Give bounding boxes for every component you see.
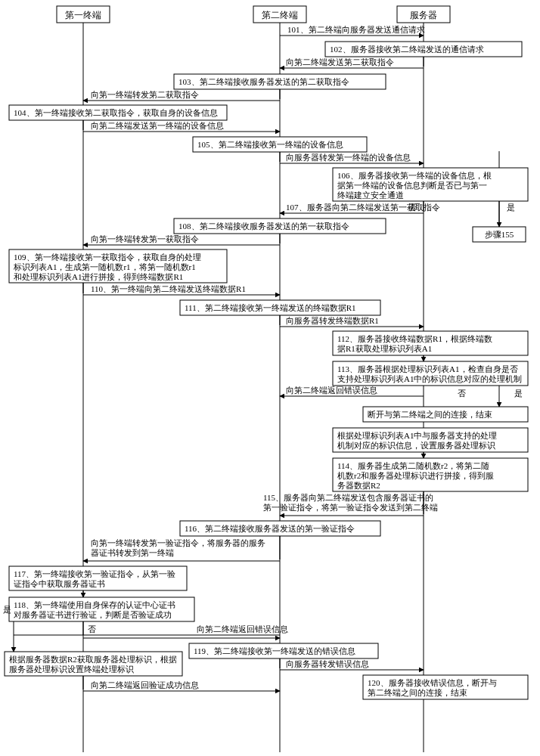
svg-text:113、服务器根据处理标识列表A1，检查自身是否: 113、服务器根据处理标识列表A1，检查自身是否 [337, 364, 518, 373]
svg-text:103、第二终端接收服务器发送的第二获取指令: 103、第二终端接收服务器发送的第二获取指令 [178, 77, 349, 86]
svg-text:116、第二终端接收服务器发送的第一验证指令: 116、第二终端接收服务器发送的第一验证指令 [185, 524, 355, 533]
svg-text:服务器处理标识设置终端处理标识: 服务器处理标识设置终端处理标识 [9, 665, 134, 674]
svg-text:向第一终端转发第一验证指令，将服务器的服务: 向第一终端转发第一验证指令，将服务器的服务 [91, 538, 265, 547]
box-106: 106、服务器接收第一终端的设备信息，根 据第一终端的设备信息判断是否已与第一 … [333, 168, 528, 201]
box-step155: 步骤155 [473, 227, 526, 242]
label-retErr2: 向第二终端返回错误信息 [286, 386, 377, 395]
box-118: 118、第一终端使用自身保存的认证中心证书 对服务器证书进行验证，判断是否验证成… [9, 597, 194, 621]
svg-text:111、第二终端接收第一终端发送的终端数据R1: 111、第二终端接收第一终端发送的终端数据R1 [185, 303, 356, 312]
label-110: 110、第一终端向第二终端发送终端数据R1 [91, 284, 246, 293]
svg-text:标识列表A1，生成第一随机数r1，将第一随机数r1: 标识列表A1，生成第一随机数r1，将第一随机数r1 [13, 262, 196, 271]
box-102: 102、服务器接收第二终端发送的通信请求 [325, 42, 522, 57]
svg-text:109、第一终端接收第一获取指令，获取自身的处理: 109、第一终端接收第一获取指令，获取自身的处理 [14, 253, 201, 262]
svg-text:106、服务器接收第一终端的设备信息，根: 106、服务器接收第一终端的设备信息，根 [337, 171, 492, 180]
label-yes-106: 是 [507, 203, 515, 212]
svg-text:118、第一终端使用自身保存的认证中心证书: 118、第一终端使用自身保存的认证中心证书 [14, 600, 175, 609]
box-setTid: 根据服务器数据R2获取服务器处理标识，根据 服务器处理标识设置终端处理标识 [5, 652, 182, 676]
svg-text:117、第一终端接收第一验证指令，从第一验: 117、第一终端接收第一验证指令，从第一验 [14, 569, 175, 578]
svg-text:根据处理标识列表A1中与服务器支持的处理: 根据处理标识列表A1中与服务器支持的处理 [337, 431, 497, 440]
svg-text:据第一终端的设备信息判断是否已与第一: 据第一终端的设备信息判断是否已与第一 [337, 181, 487, 190]
label-yes-118: 是 [3, 605, 11, 614]
svg-text:102、服务器接收第二终端发送的通信请求: 102、服务器接收第二终端发送的通信请求 [330, 45, 484, 54]
svg-text:112、服务器接收终端数据R1，根据终端数: 112、服务器接收终端数据R1，根据终端数 [337, 334, 492, 343]
svg-text:务器数据R2: 务器数据R2 [337, 481, 380, 490]
label-send2fetch: 向第二终端发送第二获取指令 [286, 57, 394, 67]
participant-p3: 服务器 [397, 6, 450, 23]
label-101: 101、第二终端向服务器发送通信请求 [287, 25, 425, 34]
svg-text:器证书转发到第一终端: 器证书转发到第一终端 [91, 548, 174, 557]
svg-text:据R1获取处理标识列表A1: 据R1获取处理标识列表A1 [337, 344, 432, 353]
svg-text:120、服务器接收错误信息，断开与: 120、服务器接收错误信息，断开与 [368, 678, 497, 687]
box-105: 105、第二终端接收第一终端的设备信息 [193, 137, 367, 152]
sequence-diagram: 第一终端 第二终端 服务器 101、第二终端向服务器发送通信请求 102、服务器… [0, 0, 540, 756]
svg-text:根据服务器数据R2获取服务器处理标识，根据: 根据服务器数据R2获取服务器处理标识，根据 [9, 655, 177, 664]
label-fwdDev: 向服务器转发第一终端的设备信息 [286, 153, 411, 162]
box-112: 112、服务器接收终端数据R1，根据终端数 据R1获取处理标识列表A1 [333, 331, 528, 355]
label-yes-113: 是 [514, 389, 523, 398]
svg-text:机制对应的标识信息，设置服务器处理标识: 机制对应的标识信息，设置服务器处理标识 [337, 441, 495, 450]
svg-text:115、服务器向第二终端发送包含服务器证书的: 115、服务器向第二终端发送包含服务器证书的 [263, 493, 433, 502]
label-no-113: 否 [458, 389, 466, 398]
box-116: 116、第二终端接收服务器发送的第一验证指令 [180, 521, 380, 536]
svg-text:第二终端之间的连接，结束: 第二终端之间的连接，结束 [368, 688, 467, 697]
label-fwd2fetch1: 向第一终端转发第二获取指令 [91, 90, 199, 99]
box-109: 109、第一终端接收第一获取指令，获取自身的处理 标识列表A1，生成第一随机数r… [9, 249, 227, 283]
svg-text:108、第二终端接收服务器发送的第一获取指令: 108、第二终端接收服务器发送的第一获取指令 [178, 222, 349, 231]
box-119: 119、第二终端接收第一终端发送的错误信息 [189, 643, 378, 658]
label-sendDev: 向第二终端发送第一终端的设备信息 [91, 121, 224, 130]
svg-text:证指令中获取服务器证书: 证指令中获取服务器证书 [14, 579, 105, 588]
participant-p2-label: 第二终端 [262, 10, 298, 20]
label-fwdR1: 向服务器转发终端数据R1 [286, 316, 379, 325]
svg-text:105、第二终端接收第一终端的设备信息: 105、第二终端接收第一终端的设备信息 [197, 140, 343, 149]
label-fwd1fetch1: 向第一终端转发第一获取指令 [91, 234, 199, 243]
label-fwdErr: 向服务器转发错误信息 [286, 659, 369, 668]
participant-p3-label: 服务器 [410, 10, 437, 20]
box-104: 104、第一终端接收第二获取指令，获取自身的设备信息 [9, 105, 227, 120]
label-retOK2: 向第二终端返回验证成功信息 [91, 680, 199, 689]
label-retErr2b: 向第二终端返回错误信息 [197, 624, 288, 634]
box-103: 103、第二终端接收服务器发送的第二获取指令 [174, 74, 386, 89]
svg-text:对服务器证书进行验证，判断是否验证成功: 对服务器证书进行验证，判断是否验证成功 [14, 610, 172, 619]
label-no-118: 否 [88, 624, 96, 634]
svg-text:断开与第二终端之间的连接，结束: 断开与第二终端之间的连接，结束 [368, 410, 492, 419]
svg-text:步骤155: 步骤155 [485, 230, 514, 239]
box-117: 117、第一终端接收第一验证指令，从第一验 证指令中获取服务器证书 [9, 566, 187, 590]
participant-p1: 第一终端 [57, 6, 110, 23]
box-108: 108、第二终端接收服务器发送的第一获取指令 [174, 218, 386, 234]
svg-text:和处理标识列表A1进行拼接，得到终端数据R1: 和处理标识列表A1进行拼接，得到终端数据R1 [14, 272, 183, 281]
box-111: 111、第二终端接收第一终端发送的终端数据R1 [180, 300, 380, 315]
box-disc2: 断开与第二终端之间的连接，结束 [363, 407, 528, 422]
box-113: 113、服务器根据处理标识列表A1，检查自身是否 支持处理标识列表A1中的标识信… [333, 361, 528, 386]
svg-text:114、服务器生成第二随机数r2，将第二随: 114、服务器生成第二随机数r2，将第二随 [337, 461, 489, 470]
label-107: 107、服务器向第二终端发送第一获取指令 [286, 203, 440, 212]
svg-text:104、第一终端接收第二获取指令，获取自身的设备信息: 104、第一终端接收第二获取指令，获取自身的设备信息 [14, 108, 218, 117]
box-120: 120、服务器接收错误信息，断开与 第二终端之间的连接，结束 [363, 675, 528, 699]
box-setId: 根据处理标识列表A1中与服务器支持的处理 机制对应的标识信息，设置服务器处理标识 [333, 428, 528, 452]
svg-text:第一验证指令，将第一验证指令发送到第二终端: 第一验证指令，将第一验证指令发送到第二终端 [263, 503, 438, 512]
svg-text:支持处理标识列表A1中的标识信息对应的处理机制: 支持处理标识列表A1中的标识信息对应的处理机制 [337, 374, 522, 383]
svg-text:119、第二终端接收第一终端发送的错误信息: 119、第二终端接收第一终端发送的错误信息 [194, 646, 355, 655]
box-114: 114、服务器生成第二随机数r2，将第二随 机数r2和服务器处理标识进行拼接，得… [333, 458, 528, 491]
svg-text:机数r2和服务器处理标识进行拼接，得到服: 机数r2和服务器处理标识进行拼接，得到服 [337, 471, 494, 480]
participant-p1-label: 第一终端 [65, 10, 101, 20]
participant-p2: 第二终端 [253, 6, 306, 23]
svg-text:终端建立安全通道: 终端建立安全通道 [337, 191, 404, 200]
